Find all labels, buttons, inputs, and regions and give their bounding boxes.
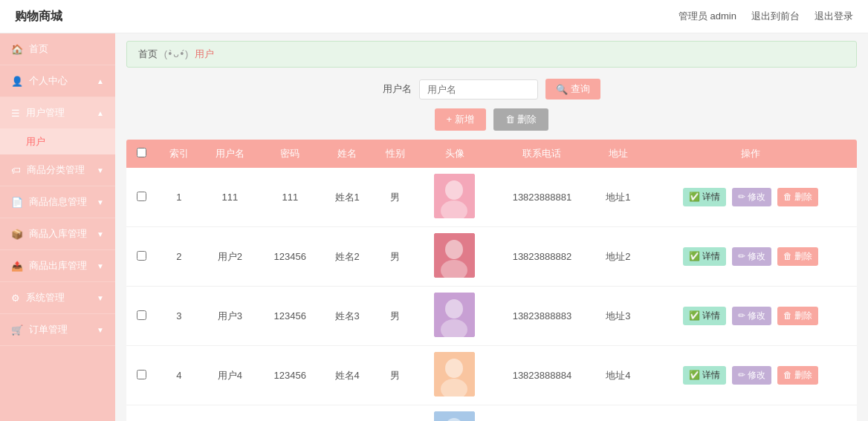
row-username: 用户5 bbox=[201, 405, 259, 422]
row-phone: 13823888885 bbox=[492, 405, 592, 422]
sidebar-item-product-out-label: 商品出库管理 bbox=[29, 259, 87, 272]
search-icon: 🔍 bbox=[556, 84, 568, 95]
row-address: 地址5 bbox=[592, 405, 644, 422]
svg-point-4 bbox=[445, 240, 463, 259]
delete-button[interactable]: 🗑 删除 bbox=[777, 247, 818, 266]
sidebar-sub-user[interactable]: 用户 bbox=[0, 129, 115, 154]
product-in-icon: 📦 bbox=[11, 229, 23, 240]
header-right: 管理员 admin 退出到前台 退出登录 bbox=[678, 10, 853, 23]
row-select-checkbox[interactable] bbox=[137, 310, 146, 320]
select-all-checkbox[interactable] bbox=[137, 148, 146, 157]
sidebar-item-system[interactable]: ⚙ 系统管理 ▼ bbox=[0, 282, 115, 314]
row-address: 地址4 bbox=[592, 346, 644, 405]
detail-button[interactable]: ✅ 详情 bbox=[683, 247, 726, 266]
row-phone: 13823888882 bbox=[492, 227, 592, 287]
row-phone: 13823888881 bbox=[492, 168, 592, 227]
row-username: 用户3 bbox=[201, 287, 259, 346]
row-index: 5 bbox=[157, 405, 201, 422]
logout-link[interactable]: 退出登录 bbox=[814, 10, 853, 23]
row-address: 地址1 bbox=[592, 168, 644, 227]
row-name: 姓名4 bbox=[321, 346, 373, 405]
search-button[interactable]: 🔍 查询 bbox=[545, 79, 600, 99]
row-select-checkbox[interactable] bbox=[137, 370, 146, 379]
delete-button[interactable]: 🗑 删除 bbox=[777, 188, 818, 206]
sidebar-item-home[interactable]: 🏠 首页 bbox=[0, 33, 115, 65]
edit-button[interactable]: ✏ 修改 bbox=[732, 188, 771, 206]
row-gender: 男 bbox=[373, 405, 417, 422]
breadcrumb-home[interactable]: 首页 bbox=[138, 48, 158, 59]
row-select-checkbox[interactable] bbox=[137, 251, 146, 261]
table-row: 3 用户3 123456 姓名3 男 13823888883 地址3 ✅ 详情 … bbox=[126, 287, 857, 346]
col-actions: 操作 bbox=[644, 140, 857, 168]
row-name: 姓名3 bbox=[321, 287, 373, 346]
row-ops: ✅ 详情 ✏ 修改 🗑 删除 bbox=[644, 346, 857, 405]
delete-button[interactable]: 🗑 删除 bbox=[777, 366, 818, 385]
row-gender: 男 bbox=[373, 227, 417, 287]
col-password: 密码 bbox=[259, 140, 321, 168]
row-checkbox bbox=[126, 168, 157, 227]
sidebar-item-user-mgmt[interactable]: ☰ 用户管理 ▲ bbox=[0, 97, 115, 129]
batch-delete-button[interactable]: 🗑 删除 bbox=[493, 108, 549, 131]
row-checkbox bbox=[126, 287, 157, 346]
sidebar-item-product-info-label: 商品信息管理 bbox=[29, 195, 87, 209]
row-password: 123456 bbox=[259, 287, 321, 346]
sidebar-item-order[interactable]: 🛒 订单管理 ▼ bbox=[0, 314, 115, 346]
chevron-icon-order: ▼ bbox=[97, 326, 104, 334]
row-ops: ✅ 详情 ✏ 修改 🗑 删除 bbox=[644, 405, 857, 422]
sidebar-item-product-in[interactable]: 📦 商品入库管理 ▼ bbox=[0, 218, 115, 250]
row-index: 2 bbox=[157, 227, 201, 287]
chevron-icon-category: ▼ bbox=[97, 166, 104, 174]
category-icon: 🏷 bbox=[11, 165, 21, 176]
chevron-icon-system: ▼ bbox=[97, 294, 104, 302]
row-checkbox bbox=[126, 346, 157, 405]
row-username: 111 bbox=[201, 168, 259, 227]
product-out-icon: 📤 bbox=[11, 261, 23, 272]
front-link[interactable]: 退出到前台 bbox=[751, 10, 800, 23]
detail-button[interactable]: ✅ 详情 bbox=[683, 366, 726, 385]
search-input[interactable] bbox=[419, 79, 538, 99]
edit-button[interactable]: ✏ 修改 bbox=[732, 366, 771, 385]
detail-button[interactable]: ✅ 详情 bbox=[683, 307, 726, 325]
table-header-row: 索引 用户名 密码 姓名 性别 头像 联系电话 地址 操作 bbox=[126, 140, 857, 168]
user-table-wrap: 索引 用户名 密码 姓名 性别 头像 联系电话 地址 操作 1 111 111 … bbox=[126, 140, 857, 421]
col-avatar: 头像 bbox=[417, 140, 491, 168]
sidebar-item-category[interactable]: 🏷 商品分类管理 ▼ bbox=[0, 154, 115, 186]
profile-icon: 👤 bbox=[11, 76, 23, 87]
row-checkbox bbox=[126, 405, 157, 422]
detail-button[interactable]: ✅ 详情 bbox=[683, 188, 726, 206]
admin-label: 管理员 admin bbox=[678, 10, 736, 23]
table-row: 4 用户4 123456 姓名4 男 13823888884 地址4 ✅ 详情 … bbox=[126, 346, 857, 405]
row-avatar bbox=[417, 346, 491, 405]
row-avatar bbox=[417, 168, 491, 227]
row-ops: ✅ 详情 ✏ 修改 🗑 删除 bbox=[644, 287, 857, 346]
user-mgmt-icon: ☰ bbox=[11, 108, 20, 119]
svg-point-7 bbox=[445, 299, 463, 319]
row-address: 地址2 bbox=[592, 227, 644, 287]
row-username: 用户4 bbox=[201, 346, 259, 405]
sidebar-item-system-label: 系统管理 bbox=[26, 291, 65, 304]
search-label: 用户名 bbox=[383, 82, 412, 96]
row-select-checkbox[interactable] bbox=[137, 192, 146, 201]
edit-button[interactable]: ✏ 修改 bbox=[732, 307, 771, 325]
table-row: 1 111 111 姓名1 男 13823888881 地址1 ✅ 详情 ✏ 修… bbox=[126, 168, 857, 227]
app-logo: 购物商城 bbox=[15, 9, 62, 25]
sidebar-item-product-out[interactable]: 📤 商品出库管理 ▼ bbox=[0, 250, 115, 282]
sidebar-item-profile[interactable]: 👤 个人中心 ▲ bbox=[0, 65, 115, 97]
table-row: 2 用户2 123456 姓名2 男 13823888882 地址2 ✅ 详情 … bbox=[126, 227, 857, 287]
row-username: 用户2 bbox=[201, 227, 259, 287]
main-content: 首页 (•̀ᴗ•́) 用户 用户名 🔍 查询 + 新增 🗑 删除 bbox=[115, 33, 868, 421]
breadcrumb-current: 用户 bbox=[195, 48, 214, 59]
svg-point-10 bbox=[445, 359, 463, 378]
sidebar-item-product-info[interactable]: 📄 商品信息管理 ▼ bbox=[0, 186, 115, 218]
edit-button[interactable]: ✏ 修改 bbox=[732, 247, 771, 266]
delete-button[interactable]: 🗑 删除 bbox=[777, 307, 818, 325]
add-button[interactable]: + 新增 bbox=[435, 108, 486, 131]
row-phone: 13823888884 bbox=[492, 346, 592, 405]
search-button-label: 查询 bbox=[571, 82, 590, 96]
col-phone: 联系电话 bbox=[492, 140, 592, 168]
sidebar-item-profile-label: 个人中心 bbox=[29, 74, 68, 88]
row-ops: ✅ 详情 ✏ 修改 🗑 删除 bbox=[644, 227, 857, 287]
layout: 🏠 首页 👤 个人中心 ▲ ☰ 用户管理 ▲ 用户 🏷 商品分类管理 ▼ bbox=[0, 33, 868, 421]
row-phone: 13823888883 bbox=[492, 287, 592, 346]
row-index: 4 bbox=[157, 346, 201, 405]
